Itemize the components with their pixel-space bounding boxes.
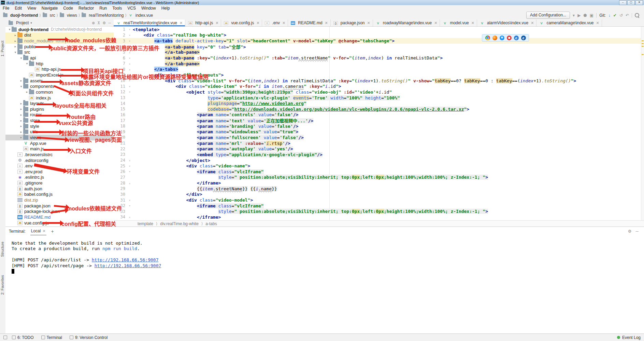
close-icon[interactable]: ✕	[42, 229, 45, 233]
fold-marker-icon[interactable]: ▿	[127, 90, 132, 94]
code-line-30[interactable]: 30 </div>	[114, 192, 641, 197]
editor-tab-http-api.js[interactable]: JShttp-api.js✕	[185, 19, 221, 26]
close-icon[interactable]: ✕	[367, 21, 370, 25]
safari-browser-icon[interactable]	[500, 36, 504, 40]
tool-stripe-favorites[interactable]: 2: Favorites	[0, 275, 4, 295]
tree-item-layouts[interactable]: ▸layouts	[5, 100, 114, 106]
code-line-7[interactable]: 7▵ </a-tab-pane>	[114, 61, 641, 67]
tree-item-api[interactable]: ▾api	[5, 55, 114, 61]
chevron-right-icon[interactable]: ▸	[13, 45, 17, 48]
code-line-29[interactable]: 29 {{item.streetName}} {{i.name}}	[114, 186, 641, 192]
tree-item-main.js[interactable]: JSmain.js	[5, 146, 114, 152]
tree-item-babel.config.js[interactable]: JSbabel.config.js	[5, 192, 114, 197]
editor-crumb-template[interactable]: template	[138, 221, 153, 226]
code-line-17[interactable]: 17 <param name='text' value='正在加载视频中...'…	[114, 118, 641, 123]
menu-file[interactable]: File	[0, 6, 12, 11]
tree-item-store[interactable]: ▸store	[5, 118, 114, 123]
breadcrumb-item-duoji-frontend[interactable]: duoji-frontend	[3, 13, 38, 18]
chevron-down-icon[interactable]: ▾	[8, 28, 12, 31]
chevron-down-icon[interactable]: ▾	[13, 51, 17, 54]
code-line-13[interactable]: 13 type='application/x-vlc-plugin' event…	[114, 95, 641, 101]
tree-item-duoji-frontend[interactable]: ▾duoji-frontendD:\zheheWeb\duoji-fronten…	[5, 27, 114, 32]
error-stripe-scrollbar[interactable]	[641, 27, 644, 220]
hide-panel-icon[interactable]: ─	[635, 229, 639, 234]
close-icon[interactable]: ✕	[471, 21, 474, 25]
menu-refactor[interactable]: Refactor	[76, 6, 97, 11]
editor-crumb-a-tabs[interactable]: a-tabs	[205, 221, 217, 226]
menu-tools[interactable]: Tools	[110, 6, 125, 11]
fold-marker-icon[interactable]: ▿	[127, 73, 132, 77]
tree-item-.env.prod[interactable]: ≡.env.prod	[5, 169, 114, 175]
maximize-button[interactable]: ▢	[627, 0, 635, 5]
chevron-right-icon[interactable]: ▸	[25, 90, 29, 94]
code-line-26[interactable]: 26▿ <iframe class="vlcIframe"	[114, 169, 641, 175]
chevron-right-icon[interactable]: ▸	[19, 130, 23, 134]
terminal-tab-local[interactable]: Local ✕	[30, 227, 46, 235]
fold-marker-icon[interactable]: ▵	[127, 159, 132, 162]
menu-help[interactable]: Help	[159, 6, 173, 11]
tree-item-views[interactable]: ▸views	[5, 135, 114, 140]
locate-file-icon[interactable]: ⊕	[92, 21, 95, 25]
chevron-down-icon[interactable]: ▾	[25, 62, 29, 65]
event-log-button[interactable]: Event Log	[617, 335, 641, 340]
new-terminal-session-button[interactable]: +	[51, 229, 54, 234]
tree-item-node_modules[interactable]: ▸node_moduleslibrary root	[5, 38, 114, 44]
tree-item-.eslintrc.js[interactable]: ◉.eslintrc.js	[5, 175, 114, 180]
editor-tab-README.md[interactable]: MDREADME.md✕	[288, 19, 331, 26]
code-line-25[interactable]: 25▿ <div class="video-name">	[114, 163, 641, 169]
git-commit-icon[interactable]: ✔	[613, 13, 617, 18]
fold-marker-icon[interactable]: ▵	[127, 68, 132, 71]
chevron-right-icon[interactable]: ▸	[13, 39, 17, 43]
code-line-11[interactable]: 11▿ <div class="video-item" v-for="i in …	[114, 83, 641, 89]
tree-item-index.js[interactable]: JSindex.js	[5, 95, 114, 101]
code-line-10[interactable]: 10▿ <div class="video-list" v-for="(item…	[114, 78, 641, 84]
tool-stripe-project[interactable]: 1: Project	[0, 41, 4, 56]
close-icon[interactable]: ✕	[596, 21, 599, 25]
code-line-15[interactable]: 15 codebase="http://downloads.videolan.o…	[114, 106, 641, 112]
fold-marker-icon[interactable]: ▿	[127, 45, 132, 48]
debug-icon[interactable]: ⬟	[583, 13, 587, 18]
fold-marker-icon[interactable]: ▿	[127, 204, 132, 207]
tree-item-auth.json[interactable]: {}auth.json	[5, 186, 114, 192]
code-line-20[interactable]: 20 <param name='fullscreen' value='false…	[114, 135, 641, 140]
menu-navigate[interactable]: Navigate	[39, 6, 60, 11]
tree-item-http[interactable]: ▾http	[5, 61, 114, 67]
editor-tab-roadwayManage-index.vue[interactable]: VroadwayManage\index.vue✕	[373, 19, 440, 26]
chrome-browser-icon[interactable]	[485, 36, 490, 40]
fold-marker-icon[interactable]: ▿	[127, 170, 132, 173]
code-line-27[interactable]: 27 style=" position:absolute;visibility:…	[114, 175, 641, 180]
close-icon[interactable]: ✕	[434, 21, 437, 25]
breadcrumb-item-realTimeMonitoring[interactable]: realTimeMonitoring	[81, 13, 124, 18]
chevron-down-icon[interactable]: ▾	[19, 56, 23, 60]
fold-marker-icon[interactable]: ▿	[127, 33, 132, 37]
close-icon[interactable]: ✕	[282, 21, 285, 25]
tree-item-common[interactable]: ▸common	[5, 89, 114, 95]
editor[interactable]: 1▿<template>2▿ <div class="realTime bg-w…	[114, 27, 644, 220]
tree-item-http-api.js[interactable]: JShttp-api.js	[5, 66, 114, 72]
tree-item-App.vue[interactable]: VApp.vue	[5, 140, 114, 146]
coverage-icon[interactable]: ▣	[590, 13, 593, 18]
close-icon[interactable]: ✕	[325, 21, 328, 25]
tree-item-.editorconfig[interactable]: ⚙.editorconfig	[5, 158, 114, 163]
menu-window[interactable]: Window	[139, 6, 159, 11]
fold-marker-icon[interactable]: ▿	[127, 39, 132, 43]
editor-tab-package.json[interactable]: {}package.json✕	[331, 19, 373, 26]
gear-icon[interactable]: ⚙	[102, 21, 106, 25]
tree-item-dist[interactable]: ▸dist	[5, 32, 114, 38]
tool-stripe-structure[interactable]: Structure	[0, 242, 4, 257]
status-grid-icon[interactable]	[3, 336, 7, 339]
menu-code[interactable]: Code	[60, 6, 76, 11]
fold-marker-icon[interactable]: ▿	[127, 28, 132, 31]
minimize-button[interactable]: –	[619, 0, 627, 5]
tree-item-.gitignore[interactable]: ⊘.gitignore	[5, 180, 114, 186]
code-area[interactable]: 1▿<template>2▿ <div class="realTime bg-w…	[114, 27, 641, 220]
tree-item-utils[interactable]: ▸utils	[5, 129, 114, 135]
caret-down-icon[interactable]: ▾	[573, 13, 575, 18]
code-line-9[interactable]: 9▿ <div class="flex-layouts">	[114, 72, 641, 78]
code-line-8[interactable]: 8▵ </a-tabs>	[114, 66, 641, 72]
close-icon[interactable]: ✕	[215, 21, 218, 25]
ie-browser-icon[interactable]: e	[514, 36, 519, 40]
chevron-right-icon[interactable]: ▸	[19, 119, 23, 122]
code-line-22[interactable]: 22 <param name='autoplay' value='yes'/>	[114, 146, 641, 152]
tree-item-public[interactable]: ▸public	[5, 44, 114, 50]
